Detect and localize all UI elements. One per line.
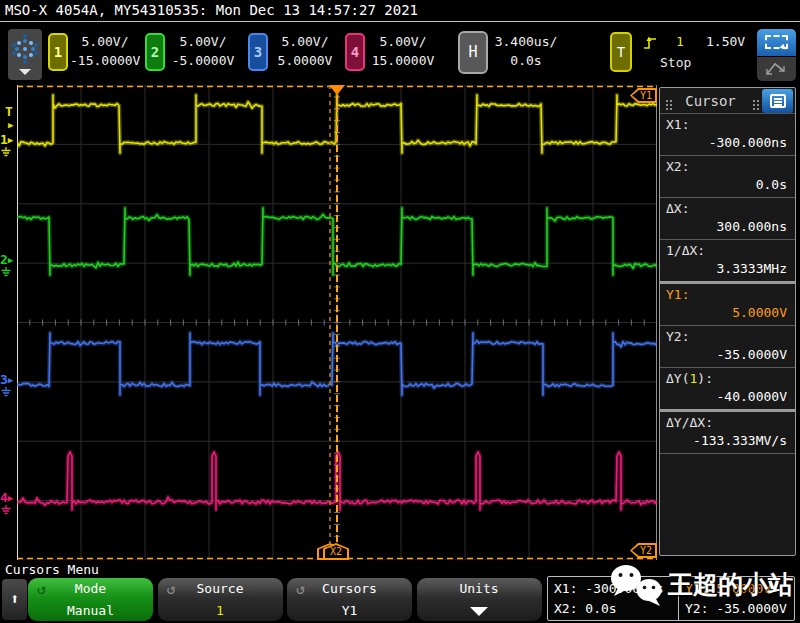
softkey-label: Units bbox=[417, 581, 542, 596]
system-menu-button[interactable] bbox=[8, 29, 42, 80]
channel-scale: 5.00V/ bbox=[168, 32, 238, 51]
channel-scale: 5.00V/ bbox=[70, 32, 140, 51]
cursor-row-value: 5.0000V bbox=[666, 304, 789, 322]
softkey-units[interactable]: Units bbox=[417, 578, 542, 621]
channel-1-readout: 5.00V/-15.0000V bbox=[70, 32, 140, 70]
title-bar: MSO-X 4054A, MY54310535: Mon Dec 13 14:5… bbox=[0, 0, 800, 22]
cursor-values-readout: X1: -300.000ns X2: 0.0s Y1: 5.0000V Y2: … bbox=[547, 576, 795, 621]
drag-grip-icon[interactable] bbox=[753, 100, 755, 102]
rising-edge-icon bbox=[643, 35, 657, 51]
timebase-scale: 3.400us/ bbox=[486, 32, 566, 51]
pan-zigzag-icon bbox=[757, 57, 796, 81]
ground-icon bbox=[0, 505, 12, 515]
channel-offset: -15.0000V bbox=[70, 51, 140, 70]
cursor-row-value: -35.0000V bbox=[666, 346, 789, 364]
cursor-row-x2: X2:0.0s bbox=[660, 156, 795, 198]
cursor-row-y1: ΔY(1):-40.0000V bbox=[660, 368, 795, 412]
channel-scale: 5.00V/ bbox=[368, 32, 438, 51]
keysight-spark-icon bbox=[23, 47, 27, 51]
trigger-level: 1.50V bbox=[706, 34, 745, 49]
drag-grip-icon[interactable] bbox=[666, 100, 668, 102]
softkey-cursors[interactable]: ↺CursorsY1 bbox=[287, 578, 412, 621]
pan-waveform-button[interactable] bbox=[757, 57, 796, 81]
channel-scale: 5.00V/ bbox=[270, 32, 340, 51]
channel-offset: 15.0000V bbox=[368, 51, 438, 70]
cursor-row-x: ΔX:300.000ns bbox=[660, 198, 795, 240]
softkey-value: 1 bbox=[158, 603, 283, 618]
channel-1-button[interactable]: 1 bbox=[48, 33, 68, 71]
trigger-level-marker[interactable]: T▶ bbox=[0, 105, 18, 132]
acquisition-status: Stop bbox=[660, 55, 691, 70]
trigger-source: 1 bbox=[676, 34, 684, 49]
horizontal-settings-button[interactable]: H bbox=[458, 31, 488, 74]
readout-x2: X2: 0.0s bbox=[554, 599, 664, 619]
channel-2-ground-marker[interactable]: 2▶ bbox=[0, 253, 18, 277]
readout-y2: Y2: -35.0000V bbox=[685, 599, 787, 619]
softkey-label: Cursors bbox=[287, 581, 412, 596]
graticule bbox=[17, 85, 657, 560]
channel-3-readout: 5.00V/5.0000V bbox=[270, 32, 340, 70]
cursor-panel-header[interactable]: Cursor bbox=[660, 88, 795, 114]
ground-icon bbox=[0, 267, 12, 277]
channel-3-button[interactable]: 3 bbox=[248, 33, 268, 71]
cursor-row-yx: ΔY/ΔX:-133.333MV/s bbox=[660, 412, 795, 454]
channel-4-readout: 5.00V/15.0000V bbox=[368, 32, 438, 70]
channel-2-button[interactable]: 2 bbox=[145, 33, 165, 71]
zoom-select-button[interactable]: ▶ bbox=[757, 29, 796, 56]
ground-icon bbox=[0, 387, 12, 397]
channel-4-button[interactable]: 4 bbox=[345, 33, 365, 71]
channel-4-ground-marker[interactable]: 4▶ bbox=[0, 491, 18, 515]
cursor-row-value: -300.000ns bbox=[666, 134, 789, 152]
ground-icon bbox=[0, 147, 12, 157]
softkey-source[interactable]: ↺Source1 bbox=[158, 578, 283, 621]
timebase-delay: 0.0s bbox=[486, 51, 566, 70]
cursor-row-value: 0.0s bbox=[666, 176, 789, 194]
channel-1-ground-marker[interactable]: 1▶ bbox=[0, 133, 18, 157]
cursor-row-value: 3.3333MHz bbox=[666, 260, 789, 278]
channel-offset: -5.0000V bbox=[168, 51, 238, 70]
cursor-row-x1: X1:-300.000ns bbox=[660, 114, 795, 156]
cursor-row-y1: Y1:5.0000V bbox=[660, 284, 795, 326]
timebase-readout: 3.400us/ 0.0s bbox=[486, 32, 566, 70]
trigger-readout: 1 1.50V Stop bbox=[640, 33, 758, 77]
readout-y1: Y1: 5.0000V bbox=[685, 579, 787, 599]
panel-menu-button[interactable] bbox=[762, 89, 793, 113]
cursor-row-y2: Y2:-35.0000V bbox=[660, 326, 795, 368]
cursor-panel-title: Cursor bbox=[674, 93, 747, 109]
softkey-value: Manual bbox=[28, 603, 153, 618]
waveform-display: Cursor X1:-300.000nsX2:0.0sΔX:300.000ns1… bbox=[0, 85, 800, 560]
softkey-label: Source bbox=[158, 581, 283, 596]
cursor-row-value: -40.0000V bbox=[666, 388, 789, 406]
trigger-settings-button[interactable]: T bbox=[610, 32, 632, 72]
softkey-label: Mode bbox=[28, 581, 153, 596]
menu-back-button[interactable]: ⬆ bbox=[2, 579, 27, 620]
chevron-down-icon bbox=[19, 69, 31, 75]
cursor-panel: Cursor X1:-300.000nsX2:0.0sΔX:300.000ns1… bbox=[659, 87, 796, 556]
channel-3-ground-marker[interactable]: 3▶ bbox=[0, 373, 18, 397]
readout-x1: X1: -300.000ns bbox=[554, 579, 664, 599]
down-arrow-icon bbox=[470, 607, 488, 616]
cursor-row-value: -133.333MV/s bbox=[666, 432, 789, 450]
softkey-mode[interactable]: ↺ModeManual bbox=[28, 578, 153, 621]
list-icon bbox=[770, 94, 786, 108]
softkey-value: Y1 bbox=[287, 603, 412, 618]
cursor-row-value: 300.000ns bbox=[666, 218, 789, 236]
cursor-row-1x: 1/ΔX:3.3333MHz bbox=[660, 240, 795, 284]
softkey-menu-title: Cursors Menu bbox=[5, 562, 99, 577]
channel-offset: 5.0000V bbox=[270, 51, 340, 70]
channel-2-readout: 5.00V/-5.0000V bbox=[168, 32, 238, 70]
